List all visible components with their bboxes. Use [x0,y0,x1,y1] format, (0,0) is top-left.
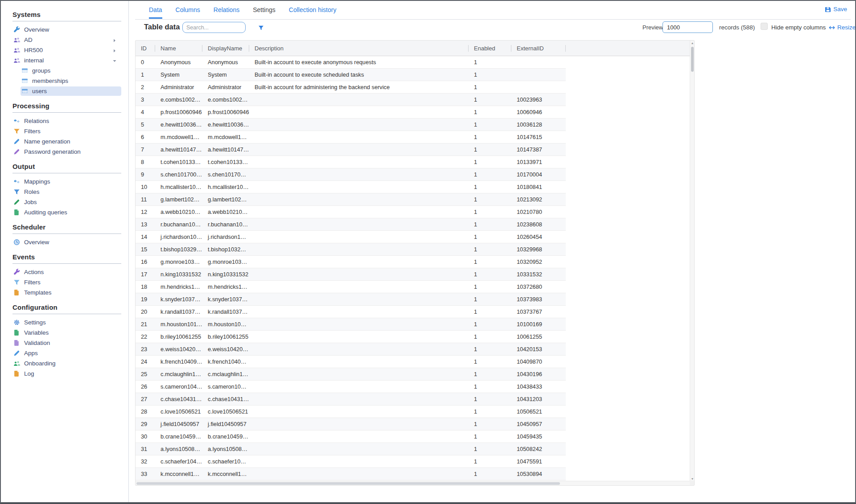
filter-funnel-icon[interactable] [258,25,264,30]
chevron-down-icon[interactable] [112,58,117,62]
table-row: 28c.love10506521c.love10506521110506521 [136,406,566,418]
cell-name: a.webb10210780 [155,206,202,218]
table-row: 24k.french10409870k.french10409870110409… [136,356,566,368]
sidebar-item-auditing-queries[interactable]: Auditing queries [12,208,121,217]
table-icon [21,78,28,84]
table-row: 15t.bishop10329968t.bishop10329968110329… [136,243,566,256]
sidebar-item-apps[interactable]: Apps [12,348,121,358]
sidebar-item-users[interactable]: users [21,86,121,96]
cell-externalid: 10061255 [511,331,566,343]
sidebar-item-overview[interactable]: Overview [12,25,121,34]
wrench-icon [13,26,20,33]
table-row: 11g.lambert10213092g.lambert102130921102… [136,193,566,206]
cell-externalid: 10438433 [511,381,566,393]
cell-enabled: 1 [469,368,511,380]
cell-enabled: 1 [469,293,511,305]
sidebar-item-settings[interactable]: Settings [12,318,121,327]
tab-settings[interactable]: Settings [253,6,276,19]
cell-description [249,218,469,230]
resize-button[interactable]: Resize [829,24,856,31]
cell-id: 5 [136,119,155,131]
cell-id: 31 [136,443,155,455]
sidebar-item-password-generation[interactable]: Password generation [12,147,121,156]
table-row: 14j.richardson10260454j.richardson102604… [136,231,566,243]
cell-enabled: 1 [469,193,511,205]
cell-id: 26 [136,381,155,393]
sidebar-item-log[interactable]: Log [12,369,121,378]
sidebar-item-variables[interactable]: Variables [12,328,121,337]
cell-name: n.king10331532 [155,268,202,280]
sidebar-item-onboarding[interactable]: Onboarding [12,359,121,368]
sidebar-item-templates[interactable]: Templates [12,288,121,297]
sidebar-item-groups[interactable]: groups [21,66,121,75]
wrench-icon [13,269,20,275]
sidebar-item-mappings[interactable]: Mappings [12,177,121,186]
tab-columns[interactable]: Columns [176,6,200,19]
sidebar-item-actions[interactable]: Actions [12,267,121,277]
cell-description: Built-in account for administering the b… [249,81,469,93]
cell-name: h.mcallister10180841 [155,181,202,193]
sidebar-item-label: Filters [24,279,41,286]
tab-data[interactable]: Data [149,6,162,19]
cell-displayname: j.field10450957 [202,418,249,430]
cell-id: 29 [136,418,155,430]
table-row: 23e.weiss10420153e.weiss1042015311042015… [136,343,566,356]
tab-relations[interactable]: Relations [214,6,239,19]
cell-externalid: 10260454 [511,231,566,243]
save-button[interactable]: Save [825,6,847,12]
cell-enabled: 1 [469,343,511,355]
cell-externalid: 10023963 [511,94,566,106]
sidebar-item-hr500[interactable]: HR500 [12,45,121,55]
cell-name: p.frost10060946 [155,106,202,118]
sidebar-item-filters[interactable]: Filters [12,278,121,287]
sidebar-item-label: Log [24,370,34,377]
cell-displayname: p.frost10060946 [202,106,249,118]
horizontal-scrollbar-thumb[interactable] [136,482,560,485]
cell-id: 18 [136,281,155,293]
cell-name: b.crane10459435 [155,430,202,443]
scroll-up-arrow-icon[interactable]: ▲ [690,41,695,46]
preview-count-input[interactable] [663,21,713,33]
table-row: 18m.hendricks10372680m.hendricks10372680… [136,281,566,293]
sidebar-item-name-generation[interactable]: Name generation [12,137,121,146]
sidebar-item-relations[interactable]: Relations [12,116,121,126]
horizontal-scrollbar[interactable] [136,481,690,485]
sidebar-item-filters[interactable]: Filters [12,127,121,136]
cell-description [249,168,469,180]
cell-description [249,455,469,467]
sidebar-item-memberships[interactable]: memberships [21,76,121,86]
users-icon [13,37,20,43]
tab-collection-history[interactable]: Collection history [289,6,337,19]
vertical-scrollbar-thumb[interactable] [691,47,694,72]
cell-displayname: m.mcdowell10147615 [202,131,249,143]
document-icon [13,289,20,296]
cell-displayname: s.chen10170004 [202,168,249,180]
hide-empty-columns-label[interactable]: Hide empty columns [771,24,826,31]
hide-empty-columns-checkbox[interactable] [761,23,768,30]
cell-description [249,256,469,268]
chevron-right-icon[interactable] [112,48,117,52]
sidebar-item-label: Templates [24,289,52,296]
cell-externalid: 10100169 [511,318,566,330]
sidebar-item-validation[interactable]: Validation [12,338,121,348]
sidebar-item-jobs[interactable]: Jobs [12,197,121,207]
vertical-scrollbar[interactable]: ▲ ▼ [690,41,694,482]
cell-externalid: 10508242 [511,443,566,455]
document-icon [13,209,20,216]
sidebar-item-internal[interactable]: internal [12,56,121,65]
table-row: 0AnonymousAnonymousBuilt-in account to e… [136,56,566,69]
sidebar-item-ad[interactable]: AD [12,35,121,45]
cell-externalid: 10036128 [511,119,566,131]
sidebar-item-roles[interactable]: Roles [12,187,121,197]
table-body: 0AnonymousAnonymousBuilt-in account to e… [136,56,566,480]
cell-name: c.schaefer10475591 [155,455,202,467]
sidebar-item-label: Name generation [24,138,70,145]
sidebar-item-label: AD [24,37,33,43]
table-row: 7a.hewitt10147387a.hewitt101473871101473… [136,143,566,156]
chevron-right-icon[interactable] [112,37,117,42]
sidebar-item-overview[interactable]: Overview [12,238,121,247]
search-input[interactable] [186,25,258,31]
cell-description [249,94,469,106]
cell-name: g.monroe10320952 [155,256,202,268]
cell-name: k.randall10373767 [155,306,202,318]
